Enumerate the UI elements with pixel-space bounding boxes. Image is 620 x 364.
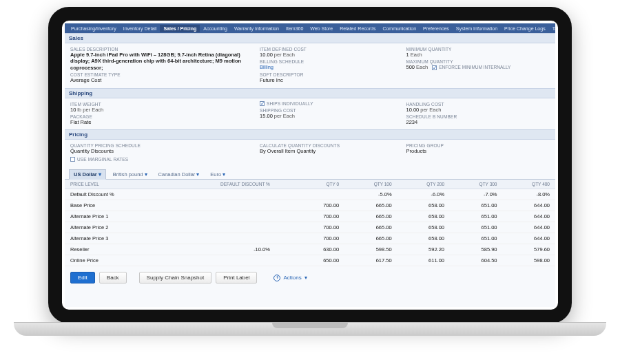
handling-cost: 10.00per Each <box>406 107 550 113</box>
table-row[interactable]: Online Price650.00617.50611.00604.50598.… <box>65 255 555 266</box>
section-tab[interactable]: Accounting <box>200 25 231 32</box>
section-tab[interactable]: Related Records <box>336 25 379 32</box>
min-qty: 1Each <box>406 52 550 58</box>
qty-price-cell: 598.50 <box>344 244 397 255</box>
shipping-section: ITEM WEIGHT 10lb per Each PACKAGE Flat R… <box>65 98 555 130</box>
enforce-min-checkbox[interactable]: ENFORCE MINIMUM INTERNALLY <box>432 64 510 70</box>
sales-section: SALES DESCRIPTION Apple 9.7-inch iPad Pr… <box>65 43 555 88</box>
qty-price-cell: 585.90 <box>450 244 502 255</box>
schedule-b: 2234 <box>406 119 550 125</box>
table-row[interactable]: Alternate Price 3700.00665.00658.00651.0… <box>65 233 555 244</box>
price-level-cell: Alternate Price 3 <box>65 233 165 244</box>
qty-price-cell: 700.00 <box>296 200 344 211</box>
spacer-cell <box>276 189 296 200</box>
marginal-rates-checkbox[interactable]: USE MARGINAL RATES <box>70 156 257 162</box>
qty-price-cell: 700.00 <box>296 222 344 233</box>
spacer-cell <box>276 244 296 255</box>
qty-price-cell: 644.00 <box>503 233 556 244</box>
section-tab[interactable]: Item360 <box>282 25 307 32</box>
qty-price-cell: 658.00 <box>397 233 450 244</box>
discount-cell <box>165 255 276 266</box>
table-header-cell: DEFAULT DISCOUNT % <box>165 180 276 189</box>
qty-price-cell: 651.00 <box>450 222 502 233</box>
back-button[interactable]: Back <box>99 272 127 283</box>
supply-chain-snapshot-button[interactable]: Supply Chain Snapshot <box>139 272 212 283</box>
qty-price-cell: 644.00 <box>503 211 556 222</box>
print-label-button[interactable]: Print Label <box>216 272 257 283</box>
sales-description-label: SALES DESCRIPTION <box>70 47 257 52</box>
qty-price-cell: 617.50 <box>344 255 397 266</box>
qty-schedule-label: QUANTITY PRICING SCHEDULE <box>70 143 257 148</box>
item-defined-cost-label: ITEM DEFINED COST <box>260 47 403 52</box>
qty-price-cell: 650.00 <box>296 255 344 266</box>
billing-schedule-link[interactable]: Billing <box>260 64 273 70</box>
min-qty-label: MINIMUM QUANTITY <box>406 47 550 52</box>
section-tab[interactable]: System Information <box>453 25 501 32</box>
table-row[interactable]: Reseller-10.0%630.00598.50592.20585.9057… <box>65 244 555 255</box>
table-row[interactable]: Default Discount %-5.0%-6.0%-7.0%-8.0% <box>65 189 555 200</box>
shipping-cost: 15.00per Each <box>260 113 403 119</box>
schedule-b-label: SCHEDULE B NUMBER <box>406 114 550 119</box>
section-tab[interactable]: Tax Reporting <box>549 25 555 32</box>
qty-price-cell: 598.00 <box>503 255 556 266</box>
shipping-header: Shipping <box>65 88 555 98</box>
section-tab[interactable]: Web Store <box>307 25 336 32</box>
section-tab[interactable]: Price Change Logs <box>501 25 549 32</box>
currency-tab[interactable]: US Dollar▾ <box>69 169 106 180</box>
check-icon <box>432 65 437 70</box>
package-label: PACKAGE <box>70 114 257 119</box>
price-level-cell: Alternate Price 2 <box>65 222 165 233</box>
discount-cell <box>165 211 276 222</box>
currency-tab[interactable]: Euro▾ <box>206 170 229 179</box>
table-row[interactable]: Base Price700.00665.00658.00651.00644.00 <box>65 200 555 211</box>
app-screen: Purchasing/InventoryInventory DetailSale… <box>65 23 555 307</box>
table-header-cell: QTY 200 <box>397 180 450 189</box>
table-header-cell: QTY 100 <box>344 180 397 189</box>
section-tab[interactable]: Warranty Information <box>231 25 282 32</box>
pricing-table: PRICE LEVELDEFAULT DISCOUNT %QTY 0QTY 10… <box>65 180 555 266</box>
price-level-cell: Reseller <box>65 244 165 255</box>
discount-cell <box>165 200 276 211</box>
price-level-cell: Alternate Price 1 <box>65 211 165 222</box>
section-tab[interactable]: Sales / Pricing <box>160 25 200 32</box>
qty-price-cell: 700.00 <box>296 233 344 244</box>
edit-button[interactable]: Edit <box>70 272 95 283</box>
qty-schedule: Quantity Discounts <box>70 148 257 154</box>
qty-price-cell: 604.50 <box>450 255 502 266</box>
qty-price-cell: -6.0% <box>397 189 450 200</box>
qty-price-cell: -5.0% <box>344 189 397 200</box>
cost-estimate-type-label: COST ESTIMATE TYPE <box>70 72 257 77</box>
actions-dropdown[interactable]: Actions▾ <box>273 275 307 281</box>
spacer-cell <box>276 255 296 266</box>
spacer-cell <box>276 233 296 244</box>
package-value: Flat Rate <box>70 119 257 125</box>
currency-tab[interactable]: Canadian Dollar▾ <box>154 170 204 179</box>
spacer-cell <box>276 211 296 222</box>
price-level-cell: Default Discount % <box>65 189 165 200</box>
qty-price-cell: 644.00 <box>503 222 556 233</box>
section-tab[interactable]: Communication <box>379 25 420 32</box>
table-header-cell: QTY 0 <box>296 180 344 189</box>
table-row[interactable]: Alternate Price 1700.00665.00658.00651.0… <box>65 211 555 222</box>
qty-price-cell: 665.00 <box>344 222 397 233</box>
laptop-base <box>14 322 606 336</box>
qty-price-cell: 658.00 <box>397 200 450 211</box>
check-icon <box>260 101 265 106</box>
currency-tab[interactable]: British pound▾ <box>109 170 152 179</box>
handling-cost-label: HANDLING COST <box>406 102 550 107</box>
qty-price-cell <box>296 189 344 200</box>
billing-schedule-label: BILLING SCHEDULE <box>260 59 403 64</box>
calc-qty-discounts-label: CALCULATE QUANTITY DISCOUNTS <box>260 143 403 148</box>
table-row[interactable]: Alternate Price 2700.00665.00658.00651.0… <box>65 222 555 233</box>
price-level-cell: Online Price <box>65 255 165 266</box>
pricing-section: QUANTITY PRICING SCHEDULE Quantity Disco… <box>65 140 555 167</box>
section-tab[interactable]: Preferences <box>420 25 453 32</box>
spacer-cell <box>276 222 296 233</box>
ships-individually-checkbox[interactable]: SHIPS INDIVIDUALLY <box>260 100 403 107</box>
item-weight-label: ITEM WEIGHT <box>70 102 257 107</box>
section-tab[interactable]: Purchasing/Inventory <box>68 25 120 32</box>
section-tab[interactable]: Inventory Detail <box>120 25 161 32</box>
qty-price-cell: 658.00 <box>397 211 450 222</box>
pricing-header: Pricing <box>65 129 555 140</box>
qty-price-cell: 700.00 <box>296 211 344 222</box>
